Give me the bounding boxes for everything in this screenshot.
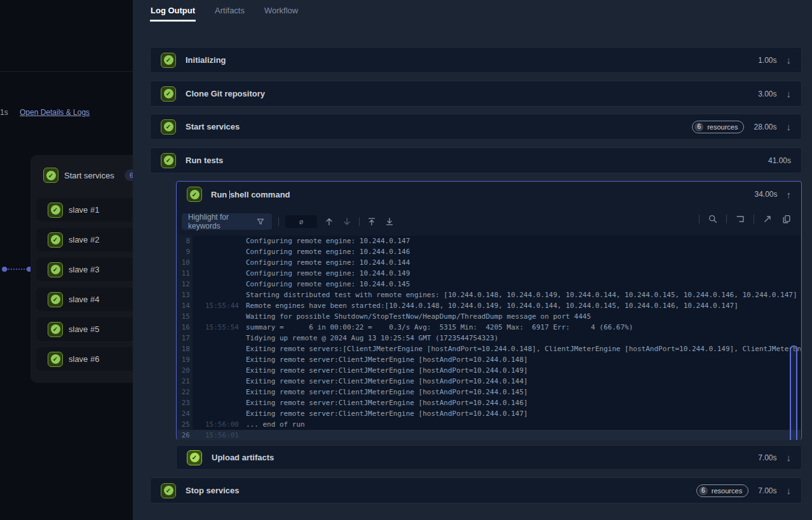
step-duration: 7.00s: [758, 453, 776, 462]
status-success-icon: ✓: [48, 322, 63, 337]
duration-fragment: 1s: [0, 108, 8, 117]
divider: [754, 215, 754, 223]
log-line: 22Exiting remote server:ClientJMeterEngi…: [177, 387, 801, 397]
divider: [726, 215, 727, 223]
log-viewer[interactable]: 8Configuring remote engine: 10.244.0.147…: [177, 236, 801, 440]
match-counter: ø: [285, 215, 317, 228]
step-clone-git-repository[interactable]: ✓ Clone Git repository 3.00s ↓: [150, 81, 802, 107]
log-line: 10Configuring remote engine: 10.244.0.14…: [177, 257, 801, 268]
step-duration: 41.00s: [768, 156, 791, 165]
resources-count: 6: [699, 486, 708, 495]
log-line: 18Exiting remote servers:[ClientJMeterEn…: [177, 343, 801, 354]
log-line: 9Configuring remote engine: 10.244.0.146: [177, 246, 801, 257]
chevron-down-icon[interactable]: ↓: [787, 486, 792, 495]
tab-artifacts[interactable]: Artifacts: [214, 0, 245, 22]
step-title: Run shell command: [211, 190, 290, 199]
step-title: Upload artifacts: [212, 453, 274, 462]
next-match-button[interactable]: [341, 216, 353, 227]
status-success-icon: ✓: [48, 262, 63, 277]
step-start-services[interactable]: ✓ Start services 6 resources 28.00s ↓: [150, 114, 802, 140]
workflow-node-slave-6[interactable]: ✓slave #6: [36, 347, 133, 371]
previous-match-button[interactable]: [323, 216, 335, 227]
page: 1s Open Details & Logs ✓ Start services …: [0, 0, 812, 520]
step-duration: 3.00s: [758, 90, 776, 98]
step-stop-services[interactable]: ✓ Stop services 6 resources 7.00s ↓: [150, 477, 802, 503]
divider: [0, 71, 133, 72]
resources-label: resources: [707, 123, 738, 131]
log-toolbar: Highlight for keywords ø: [177, 213, 801, 230]
status-success-icon: ✓: [187, 450, 202, 465]
chevron-down-icon[interactable]: ↓: [787, 55, 792, 65]
scroll-to-bottom-button[interactable]: [384, 216, 395, 227]
step-run-shell-command: ✓ Run shell command 34.00s ↑ Highlight f…: [176, 181, 802, 440]
step-run-tests[interactable]: ✓ Run tests 41.00s: [150, 147, 802, 173]
log-line: 1415:55:44Remote engines have been start…: [177, 300, 801, 311]
step-duration: 1.00s: [758, 56, 776, 65]
resources-count: 6: [694, 123, 703, 131]
workflow-node-badge: 6: [125, 170, 133, 181]
log-line: 8Configuring remote engine: 10.244.0.147: [177, 236, 801, 246]
workflow-group-panel: ✓ Start services 6 ✓slave #1 ✓slave #2 ✓…: [30, 155, 133, 383]
workflow-node-slave-5[interactable]: ✓slave #5: [36, 317, 133, 341]
step-duration: 34.00s: [754, 190, 777, 199]
step-header[interactable]: ✓ Run shell command 34.00s ↑: [177, 182, 801, 207]
chevron-up-icon[interactable]: ↑: [787, 190, 792, 199]
log-line: 21Exiting remote server:ClientJMeterEngi…: [177, 376, 801, 387]
step-upload-artifacts[interactable]: ✓ Upload artifacts 7.00s ↓: [176, 445, 802, 470]
workflow-node-label: Start services: [64, 171, 114, 180]
chevron-down-icon[interactable]: ↓: [787, 122, 792, 131]
divider: [359, 217, 360, 226]
chevron-down-icon[interactable]: ↓: [787, 453, 792, 462]
copy-icon[interactable]: [781, 213, 792, 225]
log-line: 20Exiting remote server:ClientJMeterEngi…: [177, 365, 801, 376]
status-success-icon: ✓: [161, 153, 176, 168]
tab-workflow[interactable]: Workflow: [264, 0, 299, 22]
resources-badge[interactable]: 6 resources: [696, 484, 748, 497]
status-success-icon: ✓: [48, 232, 63, 248]
log-line: 24Exiting remote server:ClientJMeterEngi…: [177, 408, 801, 419]
workflow-node-start-services[interactable]: ✓ Start services 6: [30, 164, 133, 187]
status-success-icon: ✓: [187, 187, 202, 202]
chevron-down-icon[interactable]: ↓: [787, 89, 792, 98]
open-details-logs-link[interactable]: Open Details & Logs: [20, 108, 90, 117]
expand-fullscreen-icon[interactable]: [762, 213, 773, 225]
scroll-to-top-button[interactable]: [366, 216, 377, 227]
step-title: Run tests: [186, 156, 223, 165]
status-success-icon: ✓: [48, 352, 63, 367]
divider: [278, 217, 279, 226]
log-output-panel: Log Output Artifacts Workflow ✓ Initiali…: [133, 0, 812, 520]
tab-bar: Log Output Artifacts Workflow: [150, 0, 299, 22]
step-title: Stop services: [186, 486, 240, 495]
workflow-node-slave-4[interactable]: ✓slave #4: [36, 288, 133, 311]
step-title: Initializing: [186, 55, 226, 65]
workflow-node-label: slave #3: [69, 265, 99, 274]
log-line-current: 2615:56:01: [177, 430, 801, 440]
log-line: 11Configuring remote engine: 10.244.0.14…: [177, 268, 801, 279]
step-duration: 7.00s: [758, 486, 776, 495]
workflow-node-slave-3[interactable]: ✓slave #3: [36, 258, 133, 281]
highlight-placeholder: Highlight for keywords: [188, 213, 255, 230]
status-success-icon: ✓: [48, 203, 63, 218]
workflow-node-slave-2[interactable]: ✓slave #2: [36, 228, 133, 251]
tab-log-output[interactable]: Log Output: [150, 0, 196, 22]
log-line: 17Tidying up remote @ 2024 Aug 13 10:25:…: [177, 333, 801, 343]
search-icon[interactable]: [707, 213, 719, 225]
word-wrap-icon[interactable]: [734, 213, 746, 225]
workflow-node-label: slave #5: [69, 324, 99, 334]
workflow-node-slave-1[interactable]: ✓slave #1: [36, 198, 133, 222]
workflow-edge-dot: [2, 267, 7, 272]
log-line: 13Starting distributed test with remote …: [177, 290, 801, 300]
workflow-node-label: slave #2: [69, 235, 99, 244]
step-initializing[interactable]: ✓ Initializing 1.00s ↓: [150, 47, 802, 73]
log-line: 19Exiting remote server:ClientJMeterEngi…: [177, 354, 801, 365]
workflow-edge: [6, 269, 27, 270]
workflow-sidebar: 1s Open Details & Logs ✓ Start services …: [0, 0, 133, 520]
highlight-keywords-input[interactable]: Highlight for keywords: [182, 213, 272, 230]
divider: [699, 215, 700, 223]
log-line: 15Waiting for possible Shutdown/StopTest…: [177, 311, 801, 322]
status-success-icon: ✓: [43, 168, 58, 183]
resources-badge[interactable]: 6 resources: [692, 121, 744, 133]
workflow-node-label: slave #6: [69, 354, 99, 364]
log-scrollbar-thumb[interactable]: [790, 345, 797, 440]
status-success-icon: ✓: [48, 292, 63, 307]
